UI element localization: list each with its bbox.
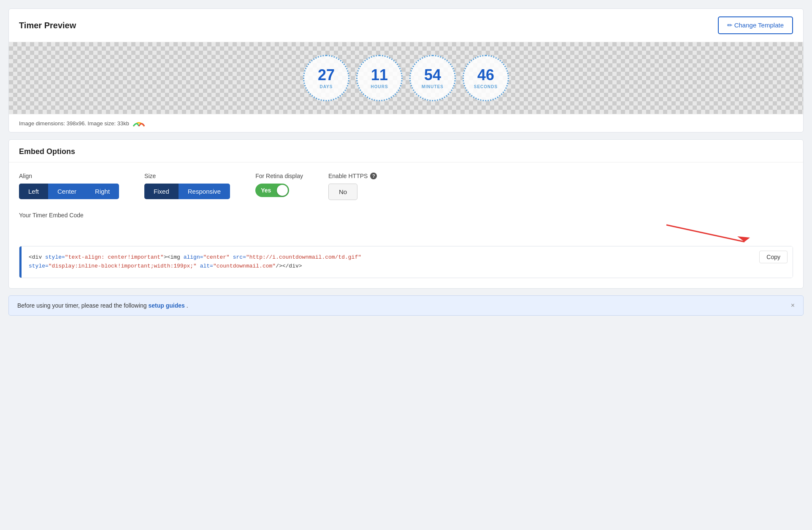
align-left-button[interactable]: Left — [19, 184, 48, 199]
retina-toggle-yes-label: Yes — [257, 185, 275, 195]
timer-preview-title: Timer Preview — [19, 21, 76, 30]
info-bar-text: Before using your timer, please read the… — [17, 302, 188, 309]
timer-minutes-value: 54 — [424, 68, 441, 83]
size-responsive-button[interactable]: Responsive — [179, 184, 230, 199]
align-center-button[interactable]: Center — [48, 184, 86, 199]
timer-hours-label: HOURS — [371, 84, 388, 89]
image-info-bar: Image dimensions: 398x96. Image size: 33… — [9, 114, 803, 132]
timer-seconds-label: SECONDS — [474, 84, 498, 89]
embed-code-box: <div style="text-align: center!important… — [19, 246, 793, 278]
timer-preview-header: Timer Preview ✏ Change Template — [9, 9, 803, 42]
setup-guides-link[interactable]: setup guides — [149, 302, 185, 309]
retina-option-group: For Retina display Yes — [255, 173, 303, 197]
https-no-button[interactable]: No — [328, 184, 357, 200]
timer-minutes-label: MINUTES — [422, 84, 444, 89]
size-label: Size — [144, 173, 230, 179]
toggle-knob — [277, 185, 288, 196]
align-label: Align — [19, 173, 119, 179]
embed-code-container: <div style="text-align: center!important… — [19, 246, 793, 278]
embed-code-sidebar-bar — [19, 246, 22, 278]
embed-code-label: Your Timer Embed Code — [19, 212, 793, 219]
copy-button[interactable]: Copy — [759, 251, 788, 263]
info-bar-close-button[interactable]: × — [791, 302, 795, 309]
arrow-container — [19, 223, 793, 246]
embed-options-body: Align Left Center Right Size Fixed Respo… — [9, 162, 803, 288]
timer-days-unit: 27 DAYS — [303, 55, 349, 101]
image-dimensions-text: Image dimensions: 398x96. Image size: 33… — [19, 120, 129, 127]
size-option-group: Size Fixed Responsive — [144, 173, 230, 199]
retina-label: For Retina display — [255, 173, 303, 179]
size-button-group: Fixed Responsive — [144, 184, 230, 199]
change-template-button[interactable]: ✏ Change Template — [718, 16, 793, 34]
options-row: Align Left Center Right Size Fixed Respo… — [19, 173, 793, 200]
retina-toggle[interactable]: Yes — [255, 184, 289, 197]
timer-seconds-value: 46 — [477, 68, 494, 83]
timer-hours-value: 11 — [371, 68, 388, 83]
speed-icon — [133, 119, 145, 127]
align-button-group: Left Center Right — [19, 184, 119, 199]
https-option-group: Enable HTTPS ? No — [328, 173, 377, 200]
retina-toggle-container[interactable]: Yes — [255, 184, 303, 197]
timer-preview-area: 27 DAYS 11 HOURS 54 MINUTES 46 SECONDS — [9, 42, 803, 114]
timer-display: 27 DAYS 11 HOURS 54 MINUTES 46 SECONDS — [303, 55, 509, 101]
align-right-button[interactable]: Right — [86, 184, 119, 199]
https-label-row: Enable HTTPS ? — [328, 173, 377, 179]
timer-seconds-unit: 46 SECONDS — [463, 55, 509, 101]
timer-days-value: 27 — [318, 68, 335, 83]
red-arrow-icon — [662, 223, 755, 246]
timer-days-label: DAYS — [320, 84, 333, 89]
timer-minutes-unit: 54 MINUTES — [409, 55, 456, 101]
timer-hours-unit: 11 HOURS — [356, 55, 403, 101]
align-option-group: Align Left Center Right — [19, 173, 119, 199]
https-label: Enable HTTPS — [328, 173, 368, 179]
svg-line-0 — [666, 225, 744, 242]
size-fixed-button[interactable]: Fixed — [144, 184, 179, 199]
embed-options-title: Embed Options — [19, 147, 75, 156]
info-bar: Before using your timer, please read the… — [8, 295, 804, 316]
embed-options-card: Embed Options Align Left Center Right Si… — [8, 139, 804, 289]
embed-options-header: Embed Options — [9, 140, 803, 162]
https-help-icon[interactable]: ? — [370, 173, 377, 179]
timer-preview-card: Timer Preview ✏ Change Template 27 DAYS … — [8, 8, 804, 132]
